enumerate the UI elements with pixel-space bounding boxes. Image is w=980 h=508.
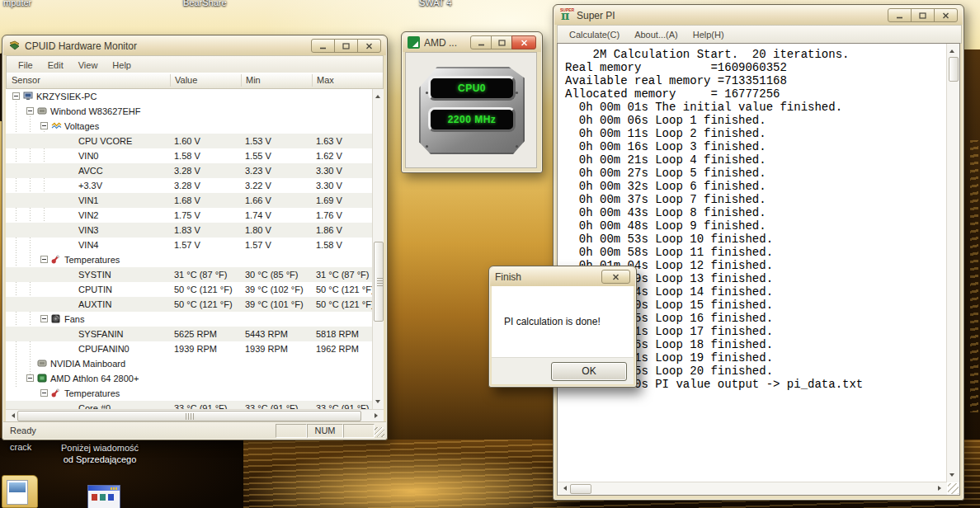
tree-row[interactable]: AVCC3.28 V3.23 V3.30 V bbox=[6, 163, 372, 178]
tree-row[interactable]: VIN41.57 V1.57 V1.58 V bbox=[6, 238, 372, 252]
expander-icon[interactable] bbox=[40, 256, 48, 263]
column-sensor[interactable]: Sensor bbox=[12, 75, 40, 85]
tree-row[interactable]: AUXTIN50 °C (121 °F)39 °C (101 °F)50 °C … bbox=[6, 297, 372, 312]
close-button[interactable] bbox=[601, 270, 630, 284]
hwmonitor-menu-edit[interactable]: Edit bbox=[41, 59, 70, 72]
sensor-min: 1.80 V bbox=[245, 225, 271, 235]
desktop-icon-message-line1[interactable]: Poniżej wiadomość bbox=[54, 442, 145, 454]
sensor-label: Temperatures bbox=[64, 255, 120, 265]
scroll-left-icon[interactable] bbox=[561, 486, 567, 491]
folder-icon[interactable] bbox=[2, 475, 38, 508]
scroll-down-icon[interactable] bbox=[949, 473, 954, 479]
column-value[interactable]: Value bbox=[175, 75, 197, 85]
tree-row[interactable]: Temperatures bbox=[6, 386, 372, 401]
superpi-titlebar[interactable]: SUPERπ Super PI bbox=[554, 6, 963, 25]
close-button[interactable] bbox=[511, 35, 536, 49]
resize-grip[interactable] bbox=[375, 427, 384, 437]
hwmonitor-vertical-scrollbar[interactable] bbox=[372, 89, 384, 409]
tree-row[interactable]: Temperatures bbox=[6, 252, 372, 267]
tree-row[interactable]: KRZYSIEK-PC bbox=[6, 89, 372, 104]
superpi-horizontal-scrollbar[interactable] bbox=[558, 482, 947, 495]
tree-row[interactable]: VIN11.68 V1.66 V1.69 V bbox=[6, 193, 372, 208]
desktop-icon-bearshare[interactable]: BearShare bbox=[183, 0, 227, 8]
expander-icon[interactable] bbox=[40, 122, 48, 129]
maximize-button[interactable] bbox=[491, 35, 512, 49]
app-window-icon[interactable] bbox=[87, 485, 120, 508]
horizontal-scroll-thumb[interactable] bbox=[17, 411, 361, 421]
hwmonitor-column-header[interactable]: Sensor Value Min Max bbox=[6, 73, 384, 89]
sensor-label: KRZYSIEK-PC bbox=[36, 92, 97, 101]
expander-icon[interactable] bbox=[26, 107, 34, 115]
minimize-button[interactable] bbox=[470, 35, 492, 49]
hwmonitor-menu-help[interactable]: Help bbox=[106, 59, 138, 72]
resize-grip[interactable] bbox=[948, 483, 959, 494]
tree-row[interactable]: CPUFANIN01939 RPM1939 RPM1962 RPM bbox=[6, 341, 372, 356]
tree-row[interactable]: Core #033 °C (91 °F)33 °C (91 °F)33 °C (… bbox=[6, 401, 372, 409]
scroll-right-icon[interactable] bbox=[938, 486, 944, 491]
sensor-value: 3.28 V bbox=[174, 181, 200, 190]
console-line: 0h 00m 37s Loop 7 finished. bbox=[565, 193, 946, 206]
desktop-icon-swat4[interactable]: SWAT 4 bbox=[419, 0, 452, 8]
scroll-left-icon[interactable] bbox=[9, 413, 15, 418]
hwmonitor-window: CPUID Hardware Monitor FileEditViewHelp … bbox=[2, 35, 388, 440]
tree-row[interactable]: Voltages bbox=[6, 119, 372, 134]
expander-icon[interactable] bbox=[40, 389, 48, 397]
scroll-up-icon[interactable] bbox=[375, 92, 380, 98]
finish-titlebar[interactable]: Finish bbox=[490, 267, 635, 286]
finish-title: Finish bbox=[495, 271, 598, 283]
amd-caption-buttons bbox=[471, 35, 536, 49]
scroll-down-icon[interactable] bbox=[375, 400, 380, 406]
minimize-button[interactable] bbox=[311, 39, 335, 53]
close-button[interactable] bbox=[934, 8, 958, 22]
expander-icon[interactable] bbox=[40, 315, 48, 322]
amd-titlebar[interactable]: AMD ... bbox=[403, 33, 541, 52]
column-separator bbox=[241, 74, 242, 87]
minimize-button[interactable] bbox=[888, 8, 912, 22]
tree-row[interactable]: VIN01.58 V1.55 V1.62 V bbox=[6, 148, 372, 163]
desktop-icon-computer[interactable]: mputer bbox=[3, 0, 31, 8]
desktop-icon-crack[interactable]: crack bbox=[10, 441, 31, 453]
vertical-scroll-thumb[interactable] bbox=[949, 57, 959, 82]
ok-button[interactable]: OK bbox=[551, 362, 627, 381]
sensor-label: VIN4 bbox=[78, 240, 98, 250]
vertical-scroll-thumb[interactable] bbox=[374, 242, 384, 322]
tree-row[interactable]: CPUTIN50 °C (121 °F)39 °C (102 °F)50 °C … bbox=[6, 282, 372, 297]
hwmonitor-menu-view[interactable]: View bbox=[72, 59, 105, 72]
tree-row[interactable]: Winbond W83627EHF bbox=[6, 104, 372, 119]
tree-row[interactable]: AMD Athlon 64 2800+ bbox=[6, 371, 372, 386]
superpi-vertical-scrollbar[interactable] bbox=[946, 44, 959, 482]
tree-row[interactable]: SYSFANIN5625 RPM5443 RPM5818 RPM bbox=[6, 327, 372, 341]
hwmonitor-titlebar[interactable]: CPUID Hardware Monitor bbox=[3, 36, 386, 55]
superpi-menu-about-a[interactable]: About...(A) bbox=[628, 28, 685, 41]
console-line: Available real memory =713351168 bbox=[565, 74, 946, 87]
horizontal-scroll-thumb[interactable] bbox=[570, 484, 591, 494]
sensor-label: VIN0 bbox=[78, 151, 98, 161]
console-line: 0h 00m 58s Loop 11 finished. bbox=[565, 246, 946, 259]
amd-logo-icon bbox=[408, 36, 420, 49]
sensor-min: 1.74 V bbox=[245, 210, 271, 220]
tree-row[interactable]: VIN31.83 V1.80 V1.86 V bbox=[6, 223, 372, 238]
tree-row[interactable]: Fans bbox=[6, 312, 372, 327]
console-line: 0h 00m 16s Loop 3 finished. bbox=[565, 140, 946, 153]
tree-row[interactable]: NVIDIA Mainboard bbox=[6, 356, 372, 371]
expander-icon[interactable] bbox=[26, 374, 34, 382]
column-max[interactable]: Max bbox=[317, 75, 334, 85]
close-button[interactable] bbox=[357, 39, 381, 53]
scroll-right-icon[interactable] bbox=[375, 413, 380, 418]
maximize-button[interactable] bbox=[334, 39, 358, 53]
desktop-icon-message-line2[interactable]: od Sprzedającego bbox=[54, 454, 145, 465]
hwmonitor-horizontal-scrollbar[interactable] bbox=[6, 409, 384, 421]
maximize-button[interactable] bbox=[911, 8, 935, 22]
column-min[interactable]: Min bbox=[246, 75, 261, 85]
sensor-value: 1939 RPM bbox=[174, 344, 217, 354]
hwmonitor-menu-file[interactable]: File bbox=[12, 59, 40, 72]
sensor-label: Voltages bbox=[64, 121, 99, 131]
superpi-menu-help-h[interactable]: Help(H) bbox=[686, 28, 731, 41]
scroll-up-icon[interactable] bbox=[949, 47, 954, 53]
superpi-menu-calculate-c[interactable]: Calculate(C) bbox=[563, 28, 626, 41]
expander-icon[interactable] bbox=[12, 92, 20, 100]
tree-row[interactable]: +3.3V3.28 V3.22 V3.30 V bbox=[6, 178, 372, 193]
tree-row[interactable]: SYSTIN31 °C (87 °F)30 °C (85 °F)31 °C (8… bbox=[6, 267, 372, 282]
tree-row[interactable]: CPU VCORE1.60 V1.53 V1.63 V bbox=[6, 134, 372, 148]
tree-row[interactable]: VIN21.75 V1.74 V1.76 V bbox=[6, 208, 372, 223]
